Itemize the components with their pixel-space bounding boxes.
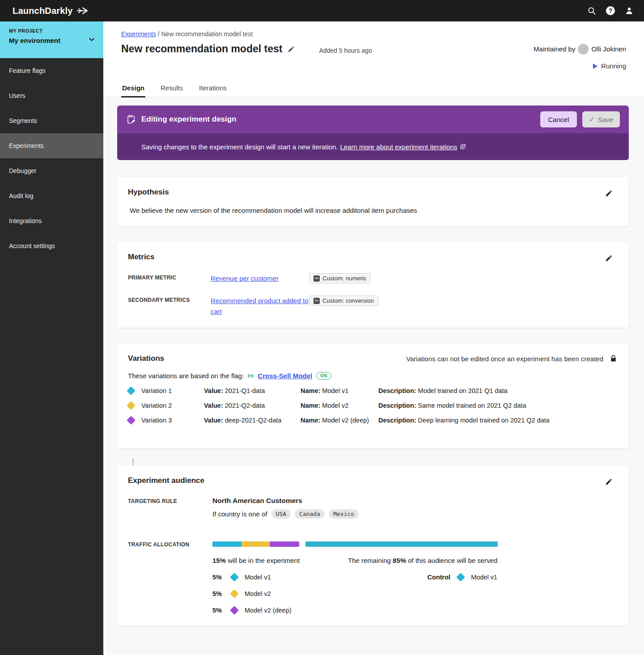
maintainer-name: Olli Jokinen: [591, 45, 626, 53]
help-icon[interactable]: ?: [606, 6, 615, 16]
edit-hypothesis-pencil-icon[interactable]: [605, 190, 613, 197]
variations-title: Variations: [128, 354, 164, 363]
tab-bar: Design Results Iterations: [103, 81, 644, 97]
experiment-audience-card: Experiment audience TARGETING RULE North…: [117, 465, 629, 625]
country-chip-usa: USA: [271, 509, 291, 519]
custom-metric-icon: <>: [314, 275, 320, 282]
allocation-segment-model-v2: [242, 541, 270, 547]
variation3-diamond-icon: [127, 416, 136, 425]
country-chip-mexico: Mexico: [329, 509, 359, 519]
sidebar-item-users[interactable]: Users: [0, 83, 103, 108]
custom-metric-icon: <>: [314, 298, 320, 304]
model-v2-diamond-icon: [230, 589, 239, 598]
cancel-button[interactable]: Cancel: [540, 111, 577, 127]
flag-intro-text: These variations are based on the flag:: [128, 372, 244, 380]
tab-results[interactable]: Results: [160, 81, 184, 97]
audience-title: Experiment audience: [128, 476, 618, 485]
main-content: Experiments / New recommendation model t…: [103, 21, 644, 655]
targeting-rule-label: TARGETING RULE: [128, 497, 212, 519]
sidebar: MY PROJECT My environment Feature flags …: [0, 21, 103, 655]
check-icon: ✓: [589, 115, 595, 123]
sidebar-item-segments[interactable]: Segments: [0, 108, 103, 133]
metrics-title: Metrics: [128, 253, 618, 262]
variation-row: Variation 3 Value: deep-2021-Q2-data Nam…: [128, 417, 618, 424]
sidebar-item-account-settings[interactable]: Account settings: [0, 233, 103, 258]
secondary-metric-link[interactable]: Recommended product added to cart: [211, 296, 309, 317]
edit-audience-pencil-icon[interactable]: [605, 478, 613, 486]
hypothesis-title: Hypothesis: [128, 188, 618, 197]
added-timestamp: Added 5 hours ago: [319, 44, 372, 54]
logo-text: LaunchDarkly: [13, 6, 73, 16]
save-button[interactable]: ✓ Save: [582, 111, 620, 127]
allocation-segment-model-v2-deep: [270, 541, 299, 547]
sidebar-item-debugger[interactable]: Debugger: [0, 158, 103, 183]
allocation-item: 5% Model v2: [212, 590, 348, 597]
flag-link[interactable]: Cross-Sell Model: [258, 372, 312, 380]
banner-title: Editing experiment design: [141, 115, 237, 124]
search-icon[interactable]: [587, 6, 597, 16]
clipboard-edit-icon: [126, 114, 136, 124]
secondary-metric-type-badge: <> Custom: conversion: [309, 296, 378, 306]
tab-design[interactable]: Design: [121, 81, 145, 97]
sidebar-item-experiments[interactable]: Experiments: [0, 133, 103, 158]
page-header: Experiments / New recommendation model t…: [103, 21, 644, 97]
logo-arrow-icon: [76, 7, 88, 15]
rule-condition-text: If country is one of: [212, 510, 267, 518]
traffic-allocation-bar: [212, 541, 498, 547]
variation1-diamond-icon: [127, 386, 136, 395]
edit-title-pencil-icon[interactable]: [288, 46, 295, 53]
model-v2-deep-diamond-icon: [230, 606, 239, 615]
model-v1-diamond-icon: [230, 573, 239, 582]
edit-metrics-pencil-icon[interactable]: [605, 254, 613, 262]
secondary-metric-row: SECONDARY METRICS Recommended product ad…: [128, 296, 618, 317]
allocation-item: 5% Model v2 (deep): [212, 607, 348, 614]
remaining-share-text: The remaining 85% of this audience will …: [348, 557, 498, 564]
control-label: Control: [428, 574, 451, 581]
editing-banner: Editing experiment design Cancel ✓ Save …: [117, 106, 629, 160]
sidebar-item-integrations[interactable]: Integrations: [0, 208, 103, 233]
targeting-rule-name: North American Customers: [212, 497, 359, 505]
iterations-learn-more-link[interactable]: Learn more about experiment iterations: [340, 143, 457, 151]
country-chip-canada: Canada: [295, 509, 325, 519]
primary-metric-row: PRIMARY METRIC Revenue per customer <> C…: [128, 273, 618, 284]
launchdarkly-logo[interactable]: LaunchDarkly: [13, 6, 88, 16]
control-diamond-icon: [456, 573, 465, 582]
breadcrumb-current: / New recommendation model test: [156, 30, 253, 38]
traffic-allocation-label: TRAFFIC ALLOCATION: [128, 540, 212, 614]
banner-info: Saving changes to the experiment design …: [117, 133, 629, 160]
control-variation-name: Model v1: [471, 574, 497, 581]
variations-locked-note: Variations can not be edited once an exp…: [406, 355, 603, 363]
external-link-icon: [460, 144, 466, 150]
project-label: MY PROJECT: [9, 28, 95, 34]
variations-card: Variations Variations can not be edited …: [117, 343, 629, 448]
allocation-gap: [299, 541, 305, 547]
environment-name: My environment: [9, 37, 95, 44]
environment-switcher[interactable]: MY PROJECT My environment: [0, 21, 103, 58]
allocation-segment-control: [305, 541, 498, 547]
flag-on-badge: ON: [316, 372, 331, 380]
hypothesis-body: We believe the new version of the recomm…: [128, 207, 618, 214]
control-row: Control Model v1: [348, 574, 498, 581]
primary-metric-label: PRIMARY METRIC: [128, 273, 211, 281]
user-account-icon[interactable]: [624, 6, 634, 16]
variation-row: Variation 1 Value: 2021-Q1-data Name: Mo…: [128, 387, 618, 394]
allocation-segment-model-v1: [212, 541, 242, 547]
secondary-metrics-label: SECONDARY METRICS: [128, 296, 211, 303]
primary-metric-link[interactable]: Revenue per customer: [211, 273, 309, 284]
sidebar-item-feature-flags[interactable]: Feature flags: [0, 58, 103, 83]
top-navigation-bar: LaunchDarkly ?: [0, 0, 644, 21]
allocation-item: 5% Model v1: [212, 574, 348, 581]
variation-row: Variation 2 Value: 2021-Q2-data Name: Mo…: [128, 402, 618, 409]
hypothesis-card: Hypothesis We believe the new version of…: [117, 177, 629, 226]
flag-signal-icon: [247, 372, 254, 380]
primary-metric-type-badge: <> Custom: numeric: [309, 273, 371, 283]
tab-iterations[interactable]: Iterations: [198, 81, 228, 97]
page-title: New recommendation model test: [121, 43, 282, 55]
variation2-diamond-icon: [127, 401, 136, 410]
avatar: [578, 44, 589, 55]
running-play-icon: [593, 63, 597, 69]
sidebar-item-audit-log[interactable]: Audit log: [0, 183, 103, 208]
lock-icon: [610, 354, 617, 363]
breadcrumb-experiments-link[interactable]: Experiments: [121, 30, 156, 38]
maintained-by: Maintained by Olli Jokinen: [534, 44, 626, 55]
